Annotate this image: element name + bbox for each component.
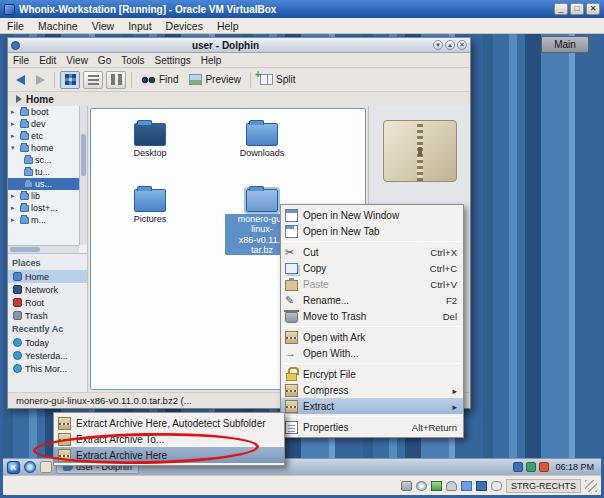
tree-item-boot[interactable]: boot xyxy=(8,106,87,118)
file-manager-launcher-icon[interactable] xyxy=(40,461,52,473)
icons-view-button[interactable] xyxy=(60,71,80,89)
menu-separator xyxy=(284,326,460,327)
menu-item-extract-here[interactable]: Extract Archive Here xyxy=(54,447,284,463)
close-button[interactable] xyxy=(586,3,600,15)
find-button[interactable]: Find xyxy=(137,70,182,90)
copy-icon xyxy=(285,263,298,274)
back-button[interactable] xyxy=(12,70,29,90)
tree-item-etc[interactable]: etc xyxy=(8,130,87,142)
columns-view-button[interactable] xyxy=(106,71,126,89)
details-view-button[interactable] xyxy=(83,71,103,89)
menu-help[interactable]: Help xyxy=(196,55,227,66)
places-item-today[interactable]: Today xyxy=(8,336,87,349)
tree-item[interactable]: tu... xyxy=(8,166,87,178)
desktop-main-button[interactable]: Main xyxy=(541,36,589,53)
kmenu-icon[interactable] xyxy=(7,461,20,474)
vbox-menu-view[interactable]: View xyxy=(85,20,122,32)
file-item-downloads[interactable]: Downloads xyxy=(225,123,299,158)
window-menu-icon[interactable] xyxy=(11,41,20,50)
tree-item-lib[interactable]: lib xyxy=(8,190,87,202)
dolphin-close-button[interactable] xyxy=(457,40,467,50)
menu-item-rename[interactable]: Rename...F2 xyxy=(281,292,463,308)
menu-go[interactable]: Go xyxy=(93,55,116,66)
expander-icon[interactable] xyxy=(11,216,18,224)
menu-item-open-in-new-tab[interactable]: Open in New Tab xyxy=(281,223,463,239)
maximize-button[interactable] xyxy=(570,3,584,15)
network-status-icon[interactable] xyxy=(431,481,442,491)
menu-item-extract-autodetect[interactable]: Extract Archive Here, Autodetect Subfold… xyxy=(54,415,284,431)
dolphin-menubar: File Edit View Go Tools Settings Help xyxy=(8,53,470,68)
minimize-button[interactable] xyxy=(554,3,568,15)
tree-item[interactable]: m... xyxy=(8,214,87,226)
menu-item-open-in-new-window[interactable]: Open in New Window xyxy=(281,207,463,223)
resize-grip[interactable] xyxy=(585,480,597,492)
places-item-network[interactable]: Network xyxy=(8,283,87,296)
places-item-trash[interactable]: Trash xyxy=(8,309,87,322)
expander-icon[interactable] xyxy=(11,192,18,200)
expander-icon[interactable] xyxy=(11,204,18,212)
menu-item-compress[interactable]: Compress xyxy=(281,382,463,398)
vbox-titlebar[interactable]: Whonix-Workstation [Running] - Oracle VM… xyxy=(0,0,604,18)
tree-horizontal-scrollbar[interactable] xyxy=(8,245,79,253)
menu-item-properties[interactable]: PropertiesAlt+Return xyxy=(281,419,463,435)
tree-item-home[interactable]: home xyxy=(8,142,87,154)
menu-item-extract-to[interactable]: Extract Archive To... xyxy=(54,431,284,447)
vbox-menu-file[interactable]: File xyxy=(0,20,31,32)
archive-file-icon xyxy=(246,189,278,212)
vbox-menu-machine[interactable]: Machine xyxy=(31,20,85,32)
panel-clock[interactable]: 06:18 PM xyxy=(552,462,597,472)
menu-item-extract[interactable]: Extract xyxy=(281,398,463,414)
tray-icon[interactable] xyxy=(539,462,549,472)
tree-item-dev[interactable]: dev xyxy=(8,118,87,130)
menu-item-cut[interactable]: CutCtrl+X xyxy=(281,244,463,260)
places-item-root[interactable]: Root xyxy=(8,296,87,309)
forward-button[interactable] xyxy=(32,70,49,90)
ark-icon xyxy=(58,417,71,430)
menu-item-open-with[interactable]: Open With... xyxy=(281,345,463,361)
menu-view[interactable]: View xyxy=(61,55,93,66)
expander-icon[interactable] xyxy=(11,132,18,140)
usb-status-icon[interactable] xyxy=(446,481,457,491)
harddisk-status-icon[interactable] xyxy=(401,481,412,491)
scrollbar-thumb[interactable] xyxy=(10,247,40,252)
display-status-icon[interactable] xyxy=(476,481,487,491)
tray-icon[interactable] xyxy=(513,462,523,472)
file-item-desktop[interactable]: Desktop xyxy=(113,123,187,158)
tree-item-lostfound[interactable]: lost+... xyxy=(8,202,87,214)
folder-icon xyxy=(20,205,29,212)
tree-item-user[interactable]: us... xyxy=(8,178,87,190)
vbox-menu-help[interactable]: Help xyxy=(210,20,246,32)
dolphin-maximize-button[interactable] xyxy=(445,40,455,50)
menu-file[interactable]: File xyxy=(8,55,34,66)
tray-icon[interactable] xyxy=(526,462,536,472)
expander-icon[interactable] xyxy=(11,144,18,152)
dolphin-titlebar[interactable]: user - Dolphin xyxy=(8,38,470,53)
menu-settings[interactable]: Settings xyxy=(150,55,196,66)
tree-vertical-scrollbar[interactable] xyxy=(79,106,87,245)
split-button[interactable]: Split xyxy=(256,70,299,90)
menu-item-encrypt-file[interactable]: Encrypt File xyxy=(281,366,463,382)
menu-item-copy[interactable]: CopyCtrl+C xyxy=(281,260,463,276)
browser-launcher-icon[interactable] xyxy=(24,461,36,473)
split-label: Split xyxy=(276,74,295,85)
trash-icon xyxy=(13,311,22,320)
menu-tools[interactable]: Tools xyxy=(116,55,149,66)
places-item-this-morning[interactable]: This Mor... xyxy=(8,362,87,375)
preview-button[interactable]: Preview xyxy=(185,70,245,90)
cdrom-status-icon[interactable] xyxy=(416,481,427,491)
breadcrumb-home[interactable]: Home xyxy=(26,94,54,105)
places-item-home[interactable]: Home xyxy=(8,270,87,283)
vbox-menu-devices[interactable]: Devices xyxy=(159,20,210,32)
expander-icon[interactable] xyxy=(11,120,18,128)
expander-icon[interactable] xyxy=(11,108,18,116)
menu-item-open-with-ark[interactable]: Open with Ark xyxy=(281,329,463,345)
file-item-pictures[interactable]: Pictures xyxy=(113,189,187,224)
dolphin-minimize-button[interactable] xyxy=(433,40,443,50)
places-item-yesterday[interactable]: Yesterda... xyxy=(8,349,87,362)
shared-folders-status-icon[interactable] xyxy=(461,481,472,491)
menu-item-move-to-trash[interactable]: Move to TrashDel xyxy=(281,308,463,324)
menu-edit[interactable]: Edit xyxy=(34,55,61,66)
scrollbar-thumb[interactable] xyxy=(81,134,86,176)
tree-item[interactable]: sc... xyxy=(8,154,87,166)
vbox-menu-input[interactable]: Input xyxy=(121,20,158,32)
